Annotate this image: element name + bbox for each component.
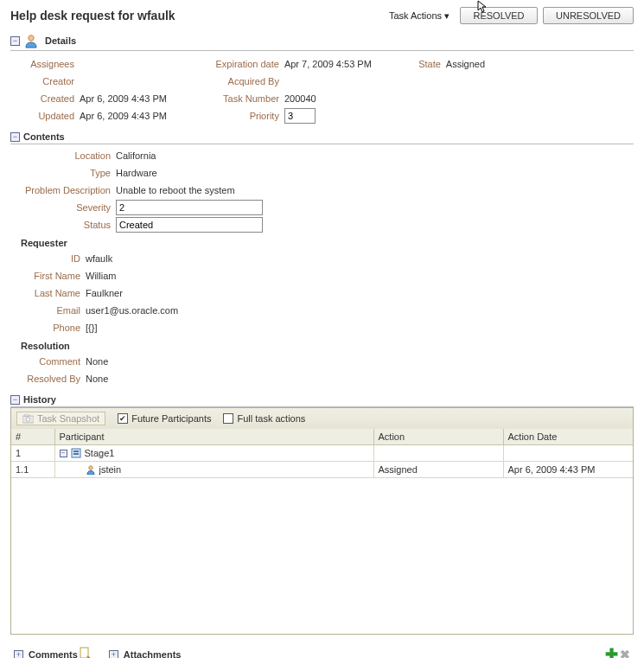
details-fields: Assignees Creator CreatedApr 6, 2009 4:4… <box>10 51 634 125</box>
collapse-toggle-contents[interactable]: − <box>10 132 20 142</box>
value-comment: None <box>86 356 108 367</box>
full-task-actions-label: Full task actions <box>237 413 305 424</box>
expand-toggle-attachments[interactable]: + <box>109 650 118 659</box>
contents-section-title: Contents <box>23 131 65 142</box>
resolution-subheading: Resolution <box>21 341 634 351</box>
contents-fields: LocationCalifornia TypeHardware Problem … <box>10 144 634 386</box>
full-task-actions-checkbox[interactable]: Full task actions <box>223 413 305 424</box>
cell-participant: − Stage1 <box>54 445 373 462</box>
svg-point-0 <box>29 35 34 41</box>
page-header: Help desk request for wfaulk Task Action… <box>10 7 634 26</box>
value-type: Hardware <box>116 168 157 178</box>
value-id: wfaulk <box>86 253 112 264</box>
label-acquired-by: Acquired By <box>201 76 279 86</box>
task-snapshot-button[interactable]: Task Snapshot <box>16 412 105 425</box>
severity-input[interactable] <box>116 200 263 215</box>
history-section-header: − History <box>10 394 634 407</box>
status-input[interactable] <box>116 217 263 233</box>
svg-point-7 <box>88 466 92 470</box>
requester-subheading: Requester <box>21 238 634 248</box>
value-first-name: William <box>86 271 116 281</box>
label-phone: Phone <box>16 323 80 333</box>
add-comment-icon[interactable] <box>78 647 92 658</box>
task-actions-menu[interactable]: Task Actions ▾ <box>389 10 450 22</box>
value-last-name: Faulkner <box>86 288 123 298</box>
remove-attachment-icon[interactable]: ✖ <box>620 648 630 658</box>
col-action-date[interactable]: Action Date <box>503 429 633 445</box>
history-table: # Participant Action Action Date 1 − Sta… <box>10 429 634 635</box>
future-participants-checkbox[interactable]: ✔ Future Participants <box>118 413 211 424</box>
table-row[interactable]: 1 − Stage1 <box>11 445 633 462</box>
value-location: California <box>116 150 156 161</box>
mouse-cursor <box>477 0 489 14</box>
col-participant[interactable]: Participant <box>54 429 373 445</box>
page-title: Help desk request for wfaulk <box>10 9 175 22</box>
participant-name: jstein <box>99 464 122 475</box>
checkbox-icon: ✔ <box>118 413 128 424</box>
value-email: user1@us.oracle.com <box>86 305 178 316</box>
bottom-bar: + Comments + Attachments ✚ ✖ <box>10 647 634 658</box>
value-task-number: 200040 <box>284 93 316 104</box>
svg-point-2 <box>26 417 29 420</box>
collapse-toggle-history[interactable]: − <box>10 395 20 405</box>
cell-participant: jstein <box>54 462 373 478</box>
label-updated: Updated <box>22 111 74 121</box>
label-state: State <box>406 59 441 69</box>
value-created: Apr 6, 2009 4:43 PM <box>80 93 167 104</box>
label-email: Email <box>16 305 80 316</box>
resolved-button[interactable]: RESOLVED <box>460 7 538 24</box>
value-expiration: Apr 7, 2009 4:53 PM <box>284 59 372 69</box>
row-collapse-toggle[interactable]: − <box>60 450 67 457</box>
expand-toggle-comments[interactable]: + <box>14 650 23 659</box>
history-empty-area <box>11 478 633 634</box>
future-participants-label: Future Participants <box>131 413 211 424</box>
header-actions: Task Actions ▾ RESOLVED UNRESOLVED <box>389 7 634 24</box>
comments-label: Comments <box>29 649 78 658</box>
attachments-label: Attachments <box>124 649 182 658</box>
history-section-title: History <box>23 394 56 405</box>
contents-section-header: − Contents <box>10 131 634 144</box>
label-location: Location <box>16 150 111 161</box>
label-status: Status <box>16 220 111 230</box>
cell-action-date <box>503 445 633 462</box>
svg-rect-6 <box>73 453 79 455</box>
cell-num: 1.1 <box>11 462 54 478</box>
col-action[interactable]: Action <box>373 429 503 445</box>
chevron-down-icon: ▾ <box>444 10 450 22</box>
add-attachment-icon[interactable]: ✚ <box>605 647 618 658</box>
cell-action-date: Apr 6, 2009 4:43 PM <box>503 462 633 478</box>
value-updated: Apr 6, 2009 4:43 PM <box>80 111 167 121</box>
collapse-toggle-details[interactable]: − <box>10 36 20 46</box>
svg-rect-5 <box>73 450 79 452</box>
table-row[interactable]: 1.1 jstein Assigned Apr 6, 2009 4:43 PM <box>11 462 633 478</box>
label-last-name: Last Name <box>16 288 80 298</box>
priority-input[interactable] <box>284 108 316 124</box>
label-severity: Severity <box>16 202 111 213</box>
history-toolbar: Task Snapshot ✔ Future Participants Full… <box>10 407 634 429</box>
label-resolved-by: Resolved By <box>16 374 80 384</box>
unresolved-button[interactable]: UNRESOLVED <box>543 7 634 24</box>
task-snapshot-label: Task Snapshot <box>37 413 99 424</box>
label-type: Type <box>16 168 111 178</box>
stage-icon <box>71 448 81 458</box>
value-resolved-by: None <box>86 374 108 384</box>
user-icon <box>86 464 96 475</box>
cell-action <box>373 445 503 462</box>
label-problem-desc: Problem Description <box>16 185 111 195</box>
camera-icon <box>22 414 34 424</box>
label-creator: Creator <box>22 76 74 86</box>
user-icon <box>23 33 39 48</box>
label-id: ID <box>16 253 80 264</box>
label-expiration: Expiration date <box>201 59 279 69</box>
label-priority: Priority <box>201 111 279 121</box>
col-num[interactable]: # <box>11 429 54 445</box>
participant-name: Stage1 <box>85 448 115 458</box>
task-actions-label: Task Actions <box>389 10 442 21</box>
value-state: Assigned <box>446 59 485 69</box>
value-problem-desc: Unable to reboot the system <box>116 185 235 195</box>
svg-rect-3 <box>25 414 29 417</box>
checkbox-icon <box>223 413 233 424</box>
label-task-number: Task Number <box>201 93 279 104</box>
svg-rect-8 <box>80 648 88 658</box>
details-section-header: − Details <box>10 33 634 51</box>
